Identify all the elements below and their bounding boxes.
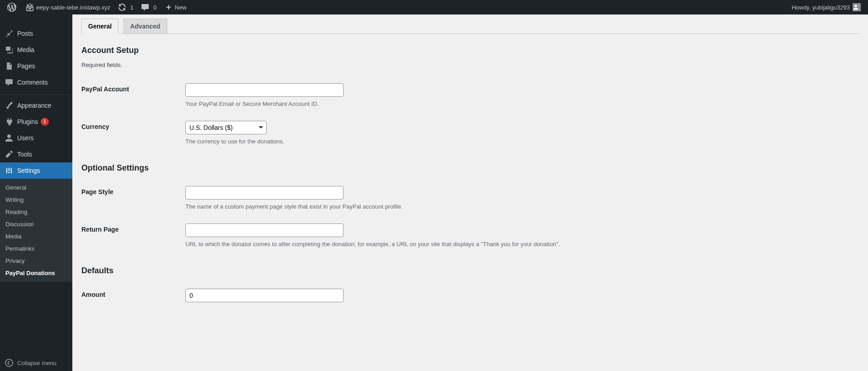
tab-wrapper: General Advanced	[81, 14, 859, 34]
desc-currency: The currency to use for the donations.	[185, 138, 854, 145]
settings-submenu: General Writing Reading Discussion Media…	[0, 179, 72, 282]
sidebar-item-tools[interactable]: Tools	[0, 146, 72, 162]
desc-paypal-account: Your PayPal Email or Secure Merchant Acc…	[185, 100, 854, 107]
comments-count: 0	[153, 4, 156, 11]
submenu-writing[interactable]: Writing	[0, 194, 72, 206]
submenu-privacy[interactable]: Privacy	[0, 255, 72, 267]
section-defaults: Defaults	[81, 266, 859, 276]
my-account[interactable]: Howdy, yubijaligu3293	[788, 0, 864, 14]
sidebar-label: Appearance	[17, 102, 52, 109]
sidebar-item-media[interactable]: Media	[0, 42, 72, 58]
pushpin-icon	[5, 29, 14, 38]
page-style-input[interactable]	[185, 186, 344, 200]
collapse-menu[interactable]: Collapse menu	[0, 354, 72, 371]
sidebar-item-comments[interactable]: Comments	[0, 74, 72, 90]
comments-link[interactable]: 0	[137, 0, 160, 14]
sidebar-label: Comments	[17, 79, 48, 86]
sidebar-item-settings[interactable]: Settings	[0, 162, 72, 179]
label-currency: Currency	[81, 114, 181, 152]
submenu-general[interactable]: General	[0, 181, 72, 194]
new-content[interactable]: New	[160, 0, 190, 14]
sidebar-item-posts[interactable]: Posts	[0, 25, 72, 42]
site-name[interactable]: eepy-sable-tebe.instawp.xyz	[22, 0, 114, 14]
required-fields-text: Required fields.	[81, 62, 859, 68]
wrench-icon	[5, 150, 14, 159]
sidebar-label: Plugins	[17, 118, 38, 125]
sidebar-label: Settings	[17, 167, 40, 174]
plug-icon	[5, 117, 14, 126]
svg-point-0	[5, 359, 13, 366]
submenu-reading[interactable]: Reading	[0, 206, 72, 218]
new-label: New	[175, 4, 187, 11]
avatar	[853, 3, 861, 11]
return-page-input[interactable]	[185, 224, 344, 237]
sidebar-item-users[interactable]: Users	[0, 130, 72, 146]
paypal-account-input[interactable]	[185, 83, 344, 97]
sidebar-label: Users	[17, 134, 34, 142]
sidebar-label: Media	[17, 46, 34, 53]
brush-icon	[5, 101, 14, 110]
submenu-paypal[interactable]: PayPal Donations	[0, 267, 72, 279]
submenu-media[interactable]: Media	[0, 230, 72, 243]
section-account-setup: Account Setup	[81, 46, 859, 55]
sidebar-item-plugins[interactable]: Plugins 1	[0, 114, 72, 130]
tab-general[interactable]: General	[81, 19, 118, 34]
comments-icon	[5, 78, 14, 87]
media-icon	[5, 45, 14, 54]
admin-bar: eepy-sable-tebe.instawp.xyz 1 0 New Howd…	[0, 0, 868, 14]
desc-page-style: The name of a custom payment page style …	[185, 203, 854, 210]
updates-count: 1	[130, 4, 133, 11]
admin-sidebar: Posts Media Pages Comments Appearance Pl…	[0, 14, 72, 371]
submenu-permalinks[interactable]: Permalinks	[0, 243, 72, 255]
wp-logo[interactable]	[4, 0, 22, 14]
plugins-badge: 1	[41, 118, 49, 125]
collapse-icon	[5, 358, 14, 367]
tab-advanced[interactable]: Advanced	[123, 19, 167, 33]
label-amount: Amount	[81, 282, 181, 309]
label-paypal-account: PayPal Account	[81, 76, 181, 114]
pages-icon	[5, 62, 14, 71]
label-page-style: Page Style	[81, 179, 181, 217]
currency-select[interactable]: U.S. Dollars ($)	[185, 121, 267, 134]
collapse-label: Collapse menu	[17, 360, 57, 366]
desc-return-page: URL to which the donator comes to after …	[185, 241, 854, 247]
updates[interactable]: 1	[114, 0, 137, 14]
label-return-page: Return Page	[81, 217, 181, 254]
site-name-label: eepy-sable-tebe.instawp.xyz	[36, 4, 110, 11]
howdy-label: Howdy, yubijaligu3293	[792, 4, 850, 11]
sidebar-item-pages[interactable]: Pages	[0, 58, 72, 74]
sidebar-item-appearance[interactable]: Appearance	[0, 97, 72, 114]
sliders-icon	[5, 166, 14, 175]
sidebar-label: Tools	[17, 151, 32, 158]
users-icon	[5, 133, 14, 143]
sidebar-label: Posts	[17, 30, 33, 37]
main-content: General Advanced Account Setup Required …	[72, 14, 868, 371]
submenu-discussion[interactable]: Discussion	[0, 218, 72, 230]
section-optional: Optional Settings	[81, 163, 859, 173]
sidebar-label: Pages	[17, 62, 35, 70]
amount-input[interactable]	[185, 289, 344, 302]
